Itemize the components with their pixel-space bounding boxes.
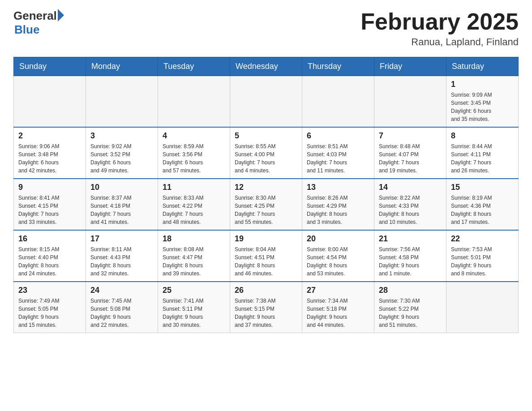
day-number: 2 [18,131,81,141]
column-header-saturday: Saturday [446,57,519,76]
calendar-cell: 10Sunrise: 8:37 AM Sunset: 4:18 PM Dayli… [86,179,158,230]
calendar-cell: 21Sunrise: 7:56 AM Sunset: 4:58 PM Dayli… [374,230,446,282]
day-info: Sunrise: 7:41 AM Sunset: 5:11 PM Dayligh… [163,297,225,329]
column-header-thursday: Thursday [302,57,374,76]
column-header-sunday: Sunday [14,57,86,76]
logo-general-text: General [13,9,57,23]
column-header-monday: Monday [86,57,158,76]
day-info: Sunrise: 7:34 AM Sunset: 5:18 PM Dayligh… [307,297,369,329]
day-number: 25 [163,286,225,295]
day-number: 16 [18,234,81,244]
calendar-week-row: 1Sunrise: 9:09 AM Sunset: 3:45 PM Daylig… [14,76,519,128]
day-info: Sunrise: 8:15 AM Sunset: 4:40 PM Dayligh… [18,245,81,278]
day-number: 24 [90,286,153,295]
calendar-cell: 12Sunrise: 8:30 AM Sunset: 4:25 PM Dayli… [230,179,302,230]
day-number: 13 [307,183,369,192]
day-info: Sunrise: 7:30 AM Sunset: 5:22 PM Dayligh… [379,297,442,329]
calendar-week-row: 16Sunrise: 8:15 AM Sunset: 4:40 PM Dayli… [14,230,519,282]
column-header-tuesday: Tuesday [158,57,230,76]
day-number: 3 [90,131,153,141]
calendar-cell: 5Sunrise: 8:55 AM Sunset: 4:00 PM Daylig… [230,127,302,179]
day-number: 4 [163,131,225,141]
calendar-cell: 28Sunrise: 7:30 AM Sunset: 5:22 PM Dayli… [374,282,446,333]
day-number: 22 [451,234,514,244]
day-info: Sunrise: 8:59 AM Sunset: 3:56 PM Dayligh… [163,142,225,175]
day-info: Sunrise: 8:19 AM Sunset: 4:36 PM Dayligh… [451,194,514,226]
day-info: Sunrise: 8:04 AM Sunset: 4:51 PM Dayligh… [235,245,297,278]
day-number: 27 [307,286,369,295]
calendar-cell [302,76,374,128]
day-number: 5 [235,131,297,141]
day-info: Sunrise: 9:09 AM Sunset: 3:45 PM Dayligh… [451,91,514,123]
calendar-cell: 2Sunrise: 9:06 AM Sunset: 3:48 PM Daylig… [14,127,86,179]
calendar-cell [86,76,158,128]
day-info: Sunrise: 8:00 AM Sunset: 4:54 PM Dayligh… [307,245,369,278]
day-number: 23 [18,286,81,295]
calendar-cell: 6Sunrise: 8:51 AM Sunset: 4:03 PM Daylig… [302,127,374,179]
calendar-table: SundayMondayTuesdayWednesdayThursdayFrid… [13,57,519,333]
day-number: 9 [18,183,81,192]
calendar-title: February 2025 [360,9,519,34]
calendar-cell: 20Sunrise: 8:00 AM Sunset: 4:54 PM Dayli… [302,230,374,282]
calendar-cell: 1Sunrise: 9:09 AM Sunset: 3:45 PM Daylig… [446,76,519,128]
calendar-cell: 3Sunrise: 9:02 AM Sunset: 3:52 PM Daylig… [86,127,158,179]
calendar-title-area: February 2025 Ranua, Lapland, Finland [360,9,519,48]
day-info: Sunrise: 8:51 AM Sunset: 4:03 PM Dayligh… [307,142,369,175]
day-number: 14 [379,183,442,192]
day-info: Sunrise: 8:11 AM Sunset: 4:43 PM Dayligh… [90,245,153,278]
day-number: 28 [379,286,442,295]
calendar-cell: 13Sunrise: 8:26 AM Sunset: 4:29 PM Dayli… [302,179,374,230]
day-info: Sunrise: 8:55 AM Sunset: 4:00 PM Dayligh… [235,142,297,175]
day-info: Sunrise: 8:26 AM Sunset: 4:29 PM Dayligh… [307,194,369,226]
calendar-cell: 27Sunrise: 7:34 AM Sunset: 5:18 PM Dayli… [302,282,374,333]
day-number: 1 [451,80,514,89]
day-info: Sunrise: 8:08 AM Sunset: 4:47 PM Dayligh… [163,245,225,278]
day-info: Sunrise: 8:33 AM Sunset: 4:22 PM Dayligh… [163,194,225,226]
page-header: General Blue February 2025 Ranua, Laplan… [13,9,519,48]
calendar-cell [230,76,302,128]
calendar-cell [14,76,86,128]
logo: General Blue [13,9,64,37]
day-number: 26 [235,286,297,295]
calendar-cell: 15Sunrise: 8:19 AM Sunset: 4:36 PM Dayli… [446,179,519,230]
day-number: 6 [307,131,369,141]
calendar-cell: 7Sunrise: 8:48 AM Sunset: 4:07 PM Daylig… [374,127,446,179]
day-info: Sunrise: 7:45 AM Sunset: 5:08 PM Dayligh… [90,297,153,329]
calendar-cell: 22Sunrise: 7:53 AM Sunset: 5:01 PM Dayli… [446,230,519,282]
calendar-cell: 19Sunrise: 8:04 AM Sunset: 4:51 PM Dayli… [230,230,302,282]
day-info: Sunrise: 8:37 AM Sunset: 4:18 PM Dayligh… [90,194,153,226]
day-number: 10 [90,183,153,192]
day-info: Sunrise: 9:06 AM Sunset: 3:48 PM Dayligh… [18,142,81,175]
calendar-cell: 16Sunrise: 8:15 AM Sunset: 4:40 PM Dayli… [14,230,86,282]
calendar-cell [158,76,230,128]
day-info: Sunrise: 7:38 AM Sunset: 5:15 PM Dayligh… [235,297,297,329]
day-number: 20 [307,234,369,244]
calendar-cell: 18Sunrise: 8:08 AM Sunset: 4:47 PM Dayli… [158,230,230,282]
day-info: Sunrise: 7:53 AM Sunset: 5:01 PM Dayligh… [451,245,514,278]
calendar-header-row: SundayMondayTuesdayWednesdayThursdayFrid… [14,57,519,76]
day-info: Sunrise: 9:02 AM Sunset: 3:52 PM Dayligh… [90,142,153,175]
day-number: 21 [379,234,442,244]
logo-arrow-icon [58,9,64,21]
calendar-cell: 26Sunrise: 7:38 AM Sunset: 5:15 PM Dayli… [230,282,302,333]
logo-blue-text: Blue [14,23,64,37]
day-number: 17 [90,234,153,244]
day-info: Sunrise: 8:30 AM Sunset: 4:25 PM Dayligh… [235,194,297,226]
day-number: 18 [163,234,225,244]
calendar-cell [446,282,519,333]
day-info: Sunrise: 7:49 AM Sunset: 5:05 PM Dayligh… [18,297,81,329]
calendar-cell: 8Sunrise: 8:44 AM Sunset: 4:11 PM Daylig… [446,127,519,179]
calendar-week-row: 2Sunrise: 9:06 AM Sunset: 3:48 PM Daylig… [14,127,519,179]
day-number: 7 [379,131,442,141]
day-info: Sunrise: 8:48 AM Sunset: 4:07 PM Dayligh… [379,142,442,175]
day-number: 19 [235,234,297,244]
day-info: Sunrise: 7:56 AM Sunset: 4:58 PM Dayligh… [379,245,442,278]
day-info: Sunrise: 8:44 AM Sunset: 4:11 PM Dayligh… [451,142,514,175]
column-header-wednesday: Wednesday [230,57,302,76]
calendar-cell: 14Sunrise: 8:22 AM Sunset: 4:33 PM Dayli… [374,179,446,230]
calendar-cell: 9Sunrise: 8:41 AM Sunset: 4:15 PM Daylig… [14,179,86,230]
day-info: Sunrise: 8:22 AM Sunset: 4:33 PM Dayligh… [379,194,442,226]
calendar-week-row: 23Sunrise: 7:49 AM Sunset: 5:05 PM Dayli… [14,282,519,333]
day-info: Sunrise: 8:41 AM Sunset: 4:15 PM Dayligh… [18,194,81,226]
calendar-week-row: 9Sunrise: 8:41 AM Sunset: 4:15 PM Daylig… [14,179,519,230]
